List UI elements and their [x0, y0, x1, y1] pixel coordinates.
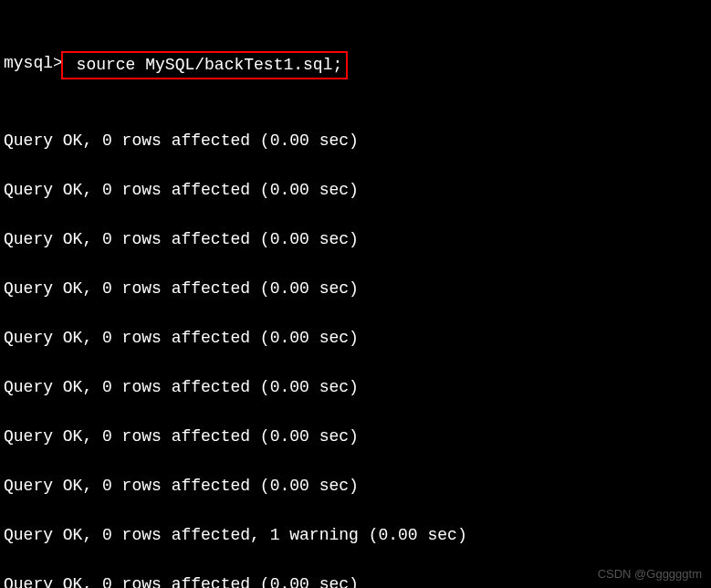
output-line: Query OK, 0 rows affected (0.00 sec)	[4, 178, 707, 203]
command-line: mysql> source MySQL/backTest1.sql;	[4, 51, 707, 79]
output-line: Query OK, 0 rows affected (0.00 sec)	[4, 277, 707, 301]
output-line	[4, 400, 707, 425]
output-line	[4, 153, 707, 178]
output-line: Query OK, 0 rows affected (0.00 sec)	[4, 227, 707, 252]
output-line: Query OK, 0 rows affected (0.00 sec)	[4, 375, 707, 400]
output-container: Query OK, 0 rows affected (0.00 sec) Que…	[4, 129, 707, 588]
output-line: Query OK, 0 rows affected (0.00 sec)	[4, 326, 707, 351]
output-line: Query OK, 0 rows affected (0.00 sec)	[4, 425, 707, 449]
output-line	[4, 301, 707, 326]
highlighted-command: source MySQL/backTest1.sql;	[61, 51, 348, 79]
output-line	[4, 499, 707, 523]
output-line	[4, 203, 707, 227]
output-line	[4, 252, 707, 277]
output-line: Query OK, 0 rows affected (0.00 sec)	[4, 129, 707, 153]
output-line: Query OK, 0 rows affected (0.00 sec)	[4, 474, 707, 499]
mysql-prompt: mysql>	[4, 51, 63, 76]
output-line	[4, 351, 707, 375]
watermark: CSDN @Ggggggtm	[598, 565, 702, 583]
output-line: Query OK, 0 rows affected, 1 warning (0.…	[4, 523, 707, 548]
terminal-output: mysql> source MySQL/backTest1.sql; Query…	[4, 2, 707, 588]
output-line	[4, 449, 707, 474]
